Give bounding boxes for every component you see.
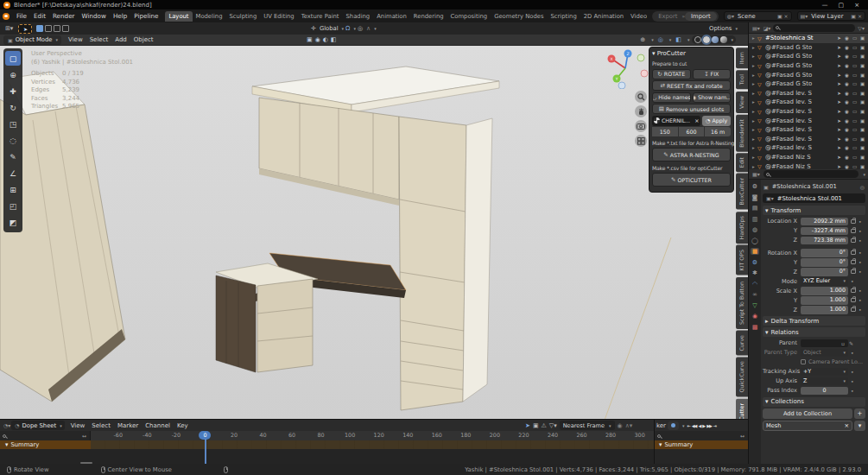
hide-eye-icon[interactable]: ◉ <box>843 81 851 86</box>
tool-icon[interactable]: ↻ <box>5 100 21 115</box>
editor-type-icon[interactable]: ◔▾ <box>3 422 11 428</box>
viewport-visibility-icon[interactable]: ▭ <box>851 35 858 41</box>
sidebar-tab[interactable]: QuickCurve <box>736 357 748 396</box>
unlink-material-icon[interactable]: × <box>694 117 699 124</box>
lock-icon[interactable] <box>851 269 856 274</box>
outliner-row[interactable]: ▸ ▽ @#Fasad G Sto ➤ ◉ ▭ ▣ <box>749 70 868 79</box>
render-visibility-icon[interactable]: ▣ <box>858 155 866 160</box>
viewport-visibility-icon[interactable]: ▭ <box>851 54 858 59</box>
viewport-canvas[interactable]: User Perspective (6) Yashik | #Stoleshni… <box>0 46 748 419</box>
lock-icon[interactable] <box>851 260 856 264</box>
sidebar-tab[interactable]: Item <box>736 48 748 68</box>
object-name[interactable]: @#Fasad G Sto <box>765 80 835 87</box>
timeline-search[interactable]: ↔ <box>655 431 748 440</box>
size-value-field[interactable]: 150 <box>652 127 678 136</box>
viewport-visibility-icon[interactable]: ▭ <box>851 155 858 160</box>
viewport-visibility-icon[interactable]: ▭ <box>851 73 858 78</box>
viewport-3d[interactable]: ▣ Object Mode ▾ ViewSelectAddObject ▣◉◐◧… <box>0 35 748 419</box>
properties-tab-icon[interactable]: ■ <box>751 248 760 255</box>
workspace-tab[interactable]: Layout <box>165 11 192 22</box>
hide-eye-icon[interactable]: ◉ <box>843 136 851 142</box>
add-to-collection-button[interactable]: Add to Collection <box>763 408 852 419</box>
hide-eye-icon[interactable]: ◉ <box>843 118 851 124</box>
playback-button[interactable]: ▶▶ <box>706 423 713 428</box>
tool-icon[interactable]: ✎ <box>5 149 21 164</box>
chevron-down-icon[interactable]: ▾ <box>863 172 865 177</box>
viewport-menu-item[interactable]: Select <box>86 36 112 43</box>
maximize-button[interactable]: ▢ <box>839 2 845 9</box>
new-view-layer-icon[interactable]: ▣ <box>850 13 857 19</box>
viewport-visibility-icon[interactable]: ▭ <box>851 45 858 50</box>
viewport-toggle-icon[interactable]: ◧ <box>331 36 337 43</box>
properties-tab-icon[interactable]: ◍ <box>752 226 757 233</box>
menu-item[interactable]: Help <box>110 10 130 22</box>
pass-index-field[interactable]: 0 <box>801 387 848 396</box>
viewport-toggle-icon[interactable]: ◐ <box>323 36 328 43</box>
timeline-ruler[interactable]: -60-40-200204060801001201401601802002202… <box>91 431 654 440</box>
dope-sheet-menu-item[interactable]: Select <box>88 422 114 429</box>
outliner-row[interactable]: ▸ ▽ @#Fasad G Sto ➤ ◉ ▭ ▣ <box>749 61 868 71</box>
menu-item[interactable]: Edit <box>30 10 49 22</box>
viewport-visibility-icon[interactable]: ▭ <box>851 109 858 114</box>
gizmo-toggle-icon[interactable]: ⊕ <box>638 36 647 43</box>
animate-dot-icon[interactable]: • <box>858 228 862 234</box>
shading-rendered-icon[interactable] <box>720 36 727 43</box>
sidebar-tab[interactable]: Edit <box>736 153 748 172</box>
workspace-tab[interactable]: Modeling <box>193 11 226 22</box>
minimize-button[interactable]: — <box>822 2 828 9</box>
object-name[interactable]: @#Fasad G Sto <box>765 53 835 60</box>
pan-view-button[interactable] <box>635 105 647 117</box>
outliner-row[interactable]: ▸ ▽ @#Fasad Niz S ➤ ◉ ▭ ▣ <box>749 162 868 169</box>
object-name[interactable]: @#Fasad G Sto <box>765 72 835 79</box>
animate-dot-icon[interactable]: • <box>858 269 862 275</box>
show-names-button[interactable]: ◉Show nam... <box>693 92 732 103</box>
animate-dot-icon[interactable]: • <box>858 297 862 303</box>
new-scene-icon[interactable]: ▣ <box>776 13 783 19</box>
object-name[interactable]: @#Fasad lev. S <box>765 144 835 151</box>
value-field[interactable]: 0° <box>801 268 848 276</box>
rotation-mode-dropdown[interactable]: XYZ Euler▾ <box>801 277 848 286</box>
viewport-menu-item[interactable]: Add <box>111 36 130 43</box>
proportional-editing-icon[interactable]: ◎ <box>356 25 364 32</box>
properties-tab-icon[interactable]: ▩ <box>752 324 758 331</box>
options-dropdown[interactable]: Options ▾ <box>709 25 738 32</box>
properties-tab-icon[interactable]: ⚙ <box>752 183 757 190</box>
render-visibility-icon[interactable]: ▣ <box>858 164 866 169</box>
select-intersect-icon[interactable] <box>62 25 69 32</box>
camera-parent-checkbox[interactable] <box>801 359 806 364</box>
shading-material-icon[interactable] <box>712 36 719 43</box>
proportional-icon[interactable]: ◉ <box>618 422 623 429</box>
workspace-tab[interactable]: Sculpting <box>225 11 260 22</box>
object-name[interactable]: @#Fasad lev. S <box>765 108 835 115</box>
hide-eye-icon[interactable]: ◉ <box>843 155 851 160</box>
properties-tab-icon[interactable]: ◯ <box>751 238 758 244</box>
menu-item[interactable]: Pipeline <box>130 10 162 22</box>
collection-name-field[interactable]: Mesh × <box>763 421 852 431</box>
procutter-panel-header[interactable]: ▾ ProCutter <box>652 49 731 59</box>
auto-keying-button[interactable] <box>668 421 679 430</box>
sidebar-tab[interactable]: KIT OPS <box>736 245 748 276</box>
render-visibility-icon[interactable]: ▣ <box>858 81 866 86</box>
menu-item[interactable]: Window <box>79 10 110 22</box>
object-name[interactable]: @#Fasad lev. S <box>765 117 835 124</box>
render-visibility-icon[interactable]: ▣ <box>858 54 866 59</box>
collection-options-dropdown[interactable]: ▾ <box>854 421 865 431</box>
tool-icon[interactable]: ∠ <box>5 166 21 180</box>
menu-item[interactable]: File <box>13 10 30 22</box>
properties-tab-icon[interactable]: ◠ <box>752 281 757 288</box>
material-field[interactable]: CHERNIL... × <box>652 116 700 126</box>
workspace-tab[interactable]: Animation <box>373 11 410 22</box>
tool-icon[interactable]: ◳ <box>5 117 21 131</box>
properties-tab-icon[interactable]: ∞ <box>752 291 757 298</box>
outliner-row[interactable]: ▸ ▽ #Stoleshnica St ➤ ◉ ▭ ▣ <box>749 34 868 43</box>
select-toggle-icon[interactable]: ➤ <box>835 109 843 114</box>
filter-icon[interactable]: ▽▾ <box>549 422 557 429</box>
outliner-row[interactable]: ▸ ▽ @#Fasad lev. S ➤ ◉ ▭ ▣ <box>749 89 868 98</box>
collection-filter-icon[interactable]: ◪▾ <box>763 25 772 31</box>
viewport-visibility-icon[interactable]: ▭ <box>851 99 858 104</box>
playback-button[interactable]: ⇥ <box>713 423 717 428</box>
render-visibility-icon[interactable]: ▣ <box>858 45 866 50</box>
properties-tab-icon[interactable]: ⚙ <box>752 259 757 266</box>
render-visibility-icon[interactable]: ▣ <box>858 136 866 142</box>
relations-panel-header[interactable]: ▾ Relations <box>763 327 865 337</box>
